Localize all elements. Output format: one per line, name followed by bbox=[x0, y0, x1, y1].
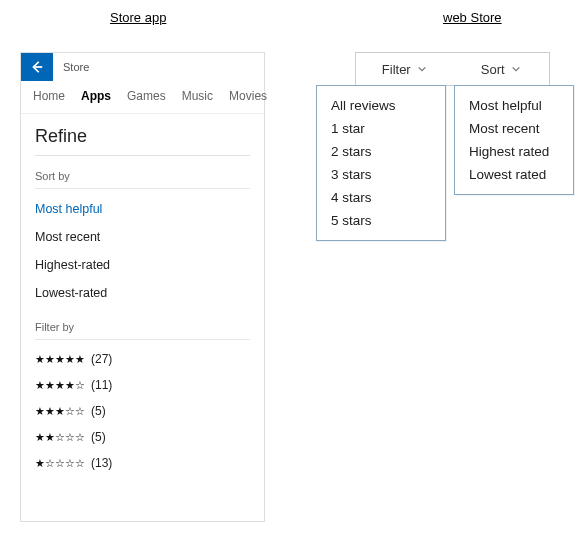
titlebar: Store bbox=[21, 53, 264, 81]
refine-title: Refine bbox=[35, 126, 250, 156]
back-arrow-icon bbox=[30, 60, 44, 74]
sort-button-label: Sort bbox=[481, 62, 505, 77]
filter-menu-item[interactable]: All reviews bbox=[317, 94, 445, 117]
nav-tabs: HomeAppsGamesMusicMovies bbox=[21, 81, 264, 114]
filter-menu-item[interactable]: 4 stars bbox=[317, 186, 445, 209]
chevron-down-icon bbox=[417, 64, 427, 74]
tab-home[interactable]: Home bbox=[33, 89, 65, 103]
filter-option-5-star[interactable]: ★★★★★(27) bbox=[35, 346, 250, 372]
heading-store-app: Store app bbox=[110, 10, 166, 25]
filter-option-1-star[interactable]: ★☆☆☆☆(13) bbox=[35, 450, 250, 476]
sort-option[interactable]: Most recent bbox=[35, 223, 250, 251]
sort-option[interactable]: Highest-rated bbox=[35, 251, 250, 279]
sort-by-label: Sort by bbox=[35, 170, 250, 189]
tab-movies[interactable]: Movies bbox=[229, 89, 267, 103]
sort-menu-item[interactable]: Most recent bbox=[455, 117, 573, 140]
heading-web-store: web Store bbox=[443, 10, 502, 25]
filter-option-4-star[interactable]: ★★★★☆(11) bbox=[35, 372, 250, 398]
filter-count: (5) bbox=[91, 404, 106, 418]
filter-count: (5) bbox=[91, 430, 106, 444]
sort-option[interactable]: Lowest-rated bbox=[35, 279, 250, 307]
sort-menu-item[interactable]: Lowest rated bbox=[455, 163, 573, 186]
store-app-panel: Store HomeAppsGamesMusicMovies Refine So… bbox=[20, 52, 265, 522]
filter-dropdown: All reviews1 star2 stars3 stars4 stars5 … bbox=[316, 85, 446, 241]
star-icon: ★★★☆☆ bbox=[35, 405, 85, 418]
star-icon: ★★☆☆☆ bbox=[35, 431, 85, 444]
tab-apps[interactable]: Apps bbox=[81, 89, 111, 103]
sort-option[interactable]: Most helpful bbox=[35, 195, 250, 223]
filter-option-2-star[interactable]: ★★☆☆☆(5) bbox=[35, 424, 250, 450]
filter-button-label: Filter bbox=[382, 62, 411, 77]
back-button[interactable] bbox=[21, 53, 53, 81]
chevron-down-icon bbox=[511, 64, 521, 74]
star-icon: ★★★★★ bbox=[35, 353, 85, 366]
sort-menu-item[interactable]: Highest rated bbox=[455, 140, 573, 163]
web-store-toolbar: Filter Sort bbox=[355, 52, 550, 86]
sort-dropdown: Most helpfulMost recentHighest ratedLowe… bbox=[454, 85, 574, 195]
filter-menu-item[interactable]: 3 stars bbox=[317, 163, 445, 186]
star-icon: ★☆☆☆☆ bbox=[35, 457, 85, 470]
filter-count: (13) bbox=[91, 456, 112, 470]
sort-button[interactable]: Sort bbox=[453, 53, 550, 85]
filter-count: (27) bbox=[91, 352, 112, 366]
tab-music[interactable]: Music bbox=[182, 89, 213, 103]
filter-menu-item[interactable]: 2 stars bbox=[317, 140, 445, 163]
sort-menu-item[interactable]: Most helpful bbox=[455, 94, 573, 117]
star-icon: ★★★★☆ bbox=[35, 379, 85, 392]
window-title: Store bbox=[63, 61, 89, 73]
filter-menu-item[interactable]: 5 stars bbox=[317, 209, 445, 232]
tab-games[interactable]: Games bbox=[127, 89, 166, 103]
filter-by-label: Filter by bbox=[35, 321, 250, 340]
filter-count: (11) bbox=[91, 378, 112, 392]
filter-option-3-star[interactable]: ★★★☆☆(5) bbox=[35, 398, 250, 424]
filter-button[interactable]: Filter bbox=[356, 53, 453, 85]
filter-menu-item[interactable]: 1 star bbox=[317, 117, 445, 140]
